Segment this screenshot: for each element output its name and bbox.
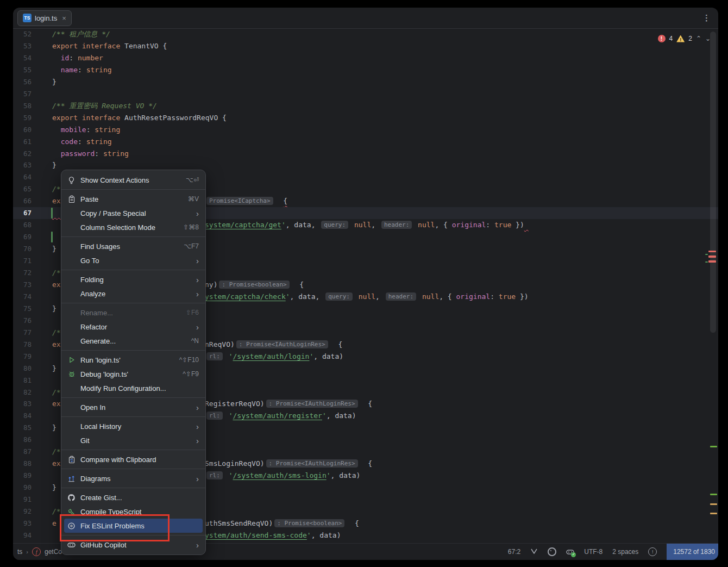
line-number[interactable]: 88 — [13, 458, 32, 470]
chevron-down-icon[interactable] — [530, 548, 538, 556]
code-line-60[interactable]: 60 mobile: string — [13, 124, 718, 136]
line-number[interactable]: 85 — [13, 422, 32, 434]
line-number[interactable]: 57 — [13, 88, 32, 100]
code-line-57[interactable]: 57 — [13, 88, 718, 100]
menu-item-refactor[interactable]: Refactor› — [61, 320, 205, 334]
line-number[interactable]: 64 — [13, 171, 32, 183]
menu-item-compare-with-clipboard[interactable]: Compare with Clipboard — [61, 452, 205, 466]
code-line-58[interactable]: 58/** 重置密码 Request VO */ — [13, 100, 718, 112]
menu-item-folding[interactable]: Folding› — [61, 272, 205, 286]
line-number[interactable]: 59 — [13, 112, 32, 124]
menu-item-fix-eslint-problems[interactable]: Fix ESLint Problems — [64, 519, 203, 533]
breadcrumb-member[interactable]: getCo — [45, 548, 62, 556]
stripe-error-mark[interactable] — [708, 256, 716, 258]
menu-item-column-selection-mode[interactable]: Column Selection Mode⇧⌘8 — [61, 220, 205, 234]
code-line-59[interactable]: 59export interface AuthResetPasswordReqV… — [13, 112, 718, 124]
stripe-warning-mark[interactable] — [710, 513, 717, 514]
line-number[interactable]: 62 — [13, 148, 32, 160]
menu-item-show-context-actions[interactable]: Show Context Actions⌥⏎ — [61, 173, 205, 187]
stripe-ok-mark[interactable] — [710, 446, 717, 447]
menu-item-generate[interactable]: Generate...^N — [61, 334, 205, 348]
scrollbar-thumb[interactable] — [710, 32, 716, 333]
line-number[interactable]: 56 — [13, 76, 32, 88]
line-number[interactable]: 54 — [13, 52, 32, 64]
menu-item-copy-paste-special[interactable]: Copy / Paste Special› — [61, 206, 205, 220]
line-number[interactable]: 78 — [13, 339, 32, 351]
menu-item-diagrams[interactable]: Diagrams› — [61, 471, 205, 485]
line-number[interactable]: 71 — [13, 255, 32, 267]
line-number[interactable]: 74 — [13, 291, 32, 303]
line-number[interactable]: 94 — [13, 529, 32, 541]
stripe-change-mark[interactable] — [705, 254, 708, 255]
line-number[interactable]: 81 — [13, 375, 32, 387]
line-number[interactable]: 82 — [13, 387, 32, 398]
close-icon[interactable]: × — [62, 14, 66, 22]
line-number[interactable]: 70 — [13, 243, 32, 255]
line-number[interactable]: 53 — [13, 40, 32, 52]
line-number[interactable]: 66 — [13, 195, 32, 207]
line-number[interactable]: 61 — [13, 136, 32, 148]
menu-item-compile-typescript[interactable]: Compile TypeScript — [61, 504, 205, 519]
menu-item-paste[interactable]: Paste⌘V — [61, 192, 205, 206]
menu-item-create-gist[interactable]: Create Gist... — [61, 490, 205, 504]
menu-item-modify-run-configuration[interactable]: Modify Run Configuration... — [61, 381, 205, 395]
line-number[interactable]: 52 — [13, 29, 32, 40]
line-number[interactable]: 67 — [13, 207, 32, 219]
line-number[interactable]: 77 — [13, 327, 32, 339]
menu-item-github-copilot[interactable]: GitHub Copilot› — [61, 538, 205, 552]
line-number[interactable]: 69 — [13, 231, 32, 243]
line-number[interactable]: 90 — [13, 482, 32, 494]
line-number[interactable]: 84 — [13, 410, 32, 422]
line-number[interactable]: 58 — [13, 100, 32, 112]
code-line-61[interactable]: 61 code: string — [13, 136, 718, 148]
stripe-change-mark[interactable] — [705, 261, 708, 263]
menu-item-local-history[interactable]: Local History› — [61, 419, 205, 433]
line-number[interactable]: 86 — [13, 434, 32, 446]
line-number[interactable]: 87 — [13, 446, 32, 458]
line-number[interactable]: 76 — [13, 315, 32, 327]
code-line-52[interactable]: 52/** 租户信息 */ — [13, 29, 718, 40]
breadcrumb-file[interactable]: ts — [17, 548, 22, 556]
code-line-53[interactable]: 53export interface TenantVO { — [13, 40, 718, 52]
code-line-62[interactable]: 62 password: string — [13, 148, 718, 160]
stripe-error-mark[interactable] — [708, 260, 716, 263]
line-number[interactable]: 73 — [13, 279, 32, 291]
menu-item-go-to[interactable]: Go To› — [61, 253, 205, 267]
menu-item-git[interactable]: Git› — [61, 433, 205, 447]
menu-item-rename[interactable]: Rename...⇧F6 — [61, 306, 205, 320]
stripe-warning-mark[interactable] — [710, 503, 717, 505]
code-line-55[interactable]: 55 name: string — [13, 64, 718, 76]
caret-position[interactable]: 67:2 — [508, 548, 520, 556]
stripe-ok-mark[interactable] — [710, 494, 717, 495]
line-number[interactable]: 79 — [13, 351, 32, 363]
line-number[interactable]: 63 — [13, 159, 32, 171]
memory-indicator[interactable]: 12572 of 1830 — [667, 544, 718, 560]
line-number[interactable]: 65 — [13, 183, 32, 195]
line-number[interactable]: 72 — [13, 267, 32, 279]
code-line-54[interactable]: 54 id: number — [13, 52, 718, 64]
kebab-menu-icon[interactable]: ⋮ — [702, 13, 711, 23]
menu-item-run-login-ts[interactable]: Run 'login.ts'^⇧F10 — [61, 353, 205, 367]
menu-item-debug-login-ts[interactable]: Debug 'login.ts'^⇧F9 — [61, 367, 205, 381]
code-line-56[interactable]: 56} — [13, 76, 718, 88]
menu-item-open-in[interactable]: Open In› — [61, 400, 205, 414]
tab-login-ts[interactable]: TS login.ts × — [17, 10, 72, 26]
line-number[interactable]: 89 — [13, 470, 32, 482]
stripe-error-mark[interactable] — [708, 251, 716, 252]
alert-circle-icon[interactable]: ! — [648, 547, 657, 556]
copilot-status-icon[interactable]: ✓ — [566, 549, 574, 556]
line-number[interactable]: 60 — [13, 124, 32, 136]
file-encoding[interactable]: UTF-8 — [584, 548, 603, 556]
line-number[interactable]: 55 — [13, 64, 32, 76]
line-number[interactable]: 91 — [13, 494, 32, 506]
line-number[interactable]: 92 — [13, 506, 32, 518]
menu-item-analyze[interactable]: Analyze› — [61, 286, 205, 301]
line-number[interactable]: 93 — [13, 518, 32, 529]
line-number[interactable]: 68 — [13, 219, 32, 231]
highlighting-level-icon[interactable] — [548, 547, 556, 556]
menu-item-find-usages[interactable]: Find Usages⌥F7 — [61, 239, 205, 253]
line-number[interactable]: 80 — [13, 363, 32, 375]
indent-setting[interactable]: 2 spaces — [612, 548, 638, 556]
line-number[interactable]: 75 — [13, 303, 32, 315]
line-number[interactable]: 83 — [13, 398, 32, 410]
